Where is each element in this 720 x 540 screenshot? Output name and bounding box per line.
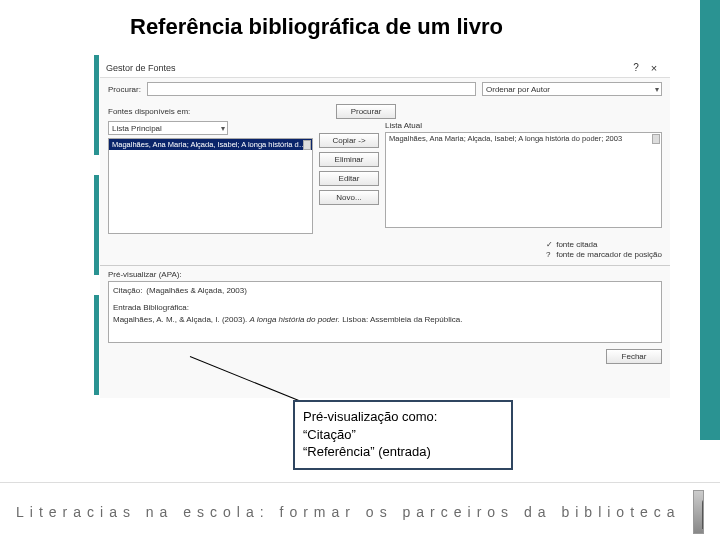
current-list-label: Lista Atual (385, 121, 662, 130)
callout-line3: “Referência” (entrada) (303, 443, 503, 461)
page-title: Referência bibliográfica de um livro (130, 14, 503, 40)
available-sources-label: Fontes disponíveis em: (108, 107, 190, 116)
scrollbar-thumb[interactable] (652, 134, 660, 144)
browse-button[interactable]: Procurar (336, 104, 396, 119)
close-button[interactable]: Fechar (606, 349, 662, 364)
accent-bar-right (700, 0, 720, 440)
accent-bar-segment (94, 55, 99, 155)
slide-footer: Literacias na escola: formar os parceiro… (0, 482, 720, 540)
current-list[interactable]: Magalhães, Ana Maria; Alçada, Isabel; A … (385, 132, 662, 228)
citation-value: (Magalhães & Alçada, 2003) (146, 286, 247, 297)
search-row: Procurar: Ordenar por Autor (100, 78, 670, 100)
legend-block: ✓ fonte citada ? fonte de marcador de po… (546, 240, 662, 261)
check-icon: ✓ (546, 240, 554, 250)
current-list-column: Lista Atual Magalhães, Ana Maria; Alçada… (385, 121, 662, 234)
callout-line1: Pré-visualização como: (303, 408, 503, 426)
dialog-titlebar: Gestor de Fontes ? × (100, 58, 670, 78)
search-input[interactable] (147, 82, 476, 96)
entry-authors: Magalhães, A. M., & Alçada, I. (2003). (113, 315, 250, 324)
entry-title: A longa história do poder. (250, 315, 341, 324)
edit-button[interactable]: Editar (319, 171, 379, 186)
dialog-footer: Fechar (100, 345, 670, 368)
preview-box: Citação: (Magalhães & Alçada, 2003) Entr… (108, 281, 662, 343)
master-source-select[interactable]: Lista Principal (108, 121, 228, 135)
entry-value: Magalhães, A. M., & Alçada, I. (2003). A… (113, 315, 657, 326)
lists-row: Lista Principal Magalhães, Ana Maria; Al… (100, 119, 670, 238)
help-button[interactable]: ? (628, 62, 644, 73)
legend-cited: fonte citada (556, 240, 597, 249)
scrollbar-thumb[interactable] (303, 140, 311, 150)
action-buttons-column: Copiar -> Eliminar Editar Novo... (319, 121, 379, 234)
master-list-column: Lista Principal Magalhães, Ana Maria; Al… (108, 121, 313, 234)
footer-image (693, 490, 704, 534)
legend-row: ✓ fonte citada ? fonte de marcador de po… (100, 238, 670, 265)
sort-select-value: Ordenar por Autor (486, 85, 550, 94)
callout-line2: “Citação” (303, 426, 503, 444)
accent-bar-segment (94, 295, 99, 395)
callout-box: Pré-visualização como: “Citação” “Referê… (293, 400, 513, 470)
list-item[interactable]: Magalhães, Ana Maria; Alçada, Isabel; A … (386, 133, 661, 144)
list-item[interactable]: Magalhães, Ana Maria; Alçada, Isabel; A … (109, 139, 312, 150)
sort-select[interactable]: Ordenar por Autor (482, 82, 662, 96)
search-label: Procurar: (108, 85, 141, 94)
legend-placeholder: fonte de marcador de posição (556, 250, 662, 259)
copy-button[interactable]: Copiar -> (319, 133, 379, 148)
source-manager-dialog: Gestor de Fontes ? × Procurar: Ordenar p… (100, 58, 670, 398)
preview-label: Pré-visualizar (APA): (108, 270, 662, 279)
new-button[interactable]: Novo... (319, 190, 379, 205)
master-list[interactable]: Magalhães, Ana Maria; Alçada, Isabel; A … (108, 138, 313, 234)
footer-text: Literacias na escola: formar os parceiro… (16, 504, 681, 520)
dialog-title: Gestor de Fontes (106, 63, 628, 73)
close-icon[interactable]: × (644, 62, 664, 74)
sources-header-row: Fontes disponíveis em: Procurar (100, 100, 670, 119)
entry-publisher: Lisboa: Assembleia da República. (340, 315, 462, 324)
delete-button[interactable]: Eliminar (319, 152, 379, 167)
question-icon: ? (546, 250, 554, 260)
citation-label: Citação: (113, 286, 142, 297)
accent-bar-segment (94, 175, 99, 275)
preview-section: Pré-visualizar (APA): Citação: (Magalhãe… (100, 265, 670, 345)
entry-label: Entrada Bibliográfica: (113, 303, 657, 314)
master-source-value: Lista Principal (112, 124, 162, 133)
